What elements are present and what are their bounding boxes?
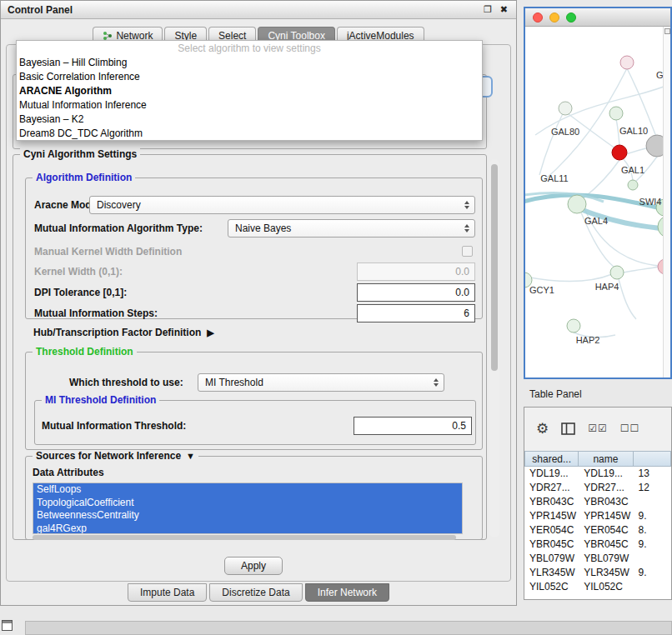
cell-value: 13 [634,467,672,481]
cell-shared-name: YDL19... [524,467,579,481]
mi-type-select[interactable]: Naive Bayes [228,219,475,238]
table-row[interactable]: YIL052C YIL052C [524,580,671,594]
network-node[interactable] [628,180,638,190]
gear-icon[interactable]: ⚙ [536,420,549,438]
mi-threshold-group: MI Threshold Definition Mutual Informati… [34,400,476,445]
data-attributes-list[interactable]: SelfLoops TopologicalCoefficient Between… [33,482,463,534]
cell-shared-name: YBR045C [524,538,579,552]
attribute-item-selected[interactable]: gal4RGexp [33,522,462,535]
control-panel-window: Control Panel ❐ ✖ Network Style Select C… [0,0,517,606]
combo-arrows-icon [464,224,469,232]
cell-value: 9. [634,566,672,580]
select-all-columns-icon[interactable]: ☑☑ [588,422,608,434]
sources-group: Sources for Network Inference ▼ Data Att… [25,456,483,540]
sources-title-wrap: Sources for Network Inference ▼ [33,450,198,462]
panel-title: Control Panel [8,4,73,16]
control-panel-titlebar[interactable]: Control Panel ❐ ✖ [1,1,516,19]
collapse-down-icon: ▼ [186,451,195,461]
algorithm-option-selected[interactable]: ARACNE Algorithm [17,84,482,98]
algorithm-option[interactable]: Bayesian – K2 [17,112,482,127]
table-row[interactable]: YLR345W YLR345W 9. [524,566,671,580]
tab-infer-network[interactable]: Infer Network [305,583,389,602]
close-icon[interactable]: ✖ [500,4,508,15]
algorithm-option[interactable]: Mutual Information Inference [17,98,482,112]
apply-button[interactable]: Apply [224,557,283,575]
table-panel-window: ⚙ ☑☑ ☐☐ shared... name YDL19... YDL19...… [524,407,672,600]
table-row[interactable]: YDL19... YDL19... 13 [524,467,671,481]
dpi-tolerance-field[interactable]: 0.0 [357,283,475,302]
cell-name: YDR27... [579,481,633,495]
table-row[interactable]: YER054C YER054C 8. [524,523,671,538]
unselect-all-columns-icon[interactable]: ☐☐ [620,422,640,434]
minimize-traffic-light-icon[interactable] [549,12,559,22]
cell-shared-name: YLR345W [524,566,579,580]
table-row[interactable]: YPR145W YPR145W 9. [524,509,671,523]
group-title: MI Threshold Definition [42,394,159,406]
cell-value: 9. [634,509,672,523]
attribute-item-selected[interactable]: BetweennessCentrality [33,509,462,522]
aracne-mode-select[interactable]: Discovery [89,196,475,214]
network-node-red[interactable] [612,145,627,160]
zoom-traffic-light-icon[interactable] [566,12,576,22]
combo-value: Discovery [97,199,464,211]
tab-impute-data[interactable]: Impute Data [128,583,207,602]
network-node[interactable] [567,319,580,332]
attribute-item-selected[interactable]: TopologicalCoefficient [33,497,462,510]
node-label: GCY1 [529,285,554,295]
scrollbar-button[interactable] [664,28,670,34]
combo-value: MI Threshold [205,377,434,388]
mi-steps-field[interactable]: 6 [357,304,475,322]
which-threshold-select[interactable]: MI Threshold [198,373,444,392]
network-canvas[interactable]: GAL80 GAL10 GAL11 GAL1 SWI4 GAL4 GCY1 HA… [525,27,672,379]
network-node[interactable] [610,266,624,279]
network-node[interactable] [609,107,623,120]
column-chooser-icon[interactable] [561,422,575,435]
attribute-item-selected[interactable]: SelfLoops [33,483,462,497]
horizontal-scrollbar-thumb[interactable] [33,535,456,540]
network-view-window[interactable]: GAL80 GAL10 GAL11 GAL1 SWI4 GAL4 GCY1 HA… [524,7,672,379]
network-node-gal4[interactable] [568,195,586,213]
table-row[interactable]: YBR045C YBR045C 9. [524,538,671,552]
algorithm-definition-group: Algorithm Definition Aracne Mode: Discov… [25,178,483,319]
cell-name: YER054C [579,523,633,538]
network-window-titlebar[interactable] [525,8,670,27]
column-header-name[interactable]: name [579,451,633,467]
which-threshold-label: Which threshold to use: [69,373,183,392]
minimized-panel-icon[interactable] [2,620,13,631]
column-header-clipped[interactable] [634,451,671,467]
tab-discretize-data[interactable]: Discretize Data [209,583,302,602]
node-label: HAP2 [576,335,600,345]
network-scrollbar[interactable] [663,27,670,378]
hub-definition-toggle[interactable]: Hub/Transcription Factor Definition ▶ [33,327,214,338]
table-panel-title: Table Panel [529,388,582,400]
mi-threshold-label: Mutual Information Threshold: [42,417,186,435]
mi-threshold-field[interactable]: 0.5 [354,417,472,435]
cell-shared-name: YBL079W [524,552,579,566]
close-traffic-light-icon[interactable] [533,12,543,22]
cell-name: YBL079W [579,552,633,566]
table-row[interactable]: YBR043C YBR043C [524,495,671,509]
cell-value: 12 [634,481,672,495]
float-window-icon[interactable]: ❐ [484,4,492,15]
network-node[interactable] [559,102,572,115]
group-title: Cyni Algorithm Settings [20,148,140,160]
algorithm-option[interactable]: Dream8 DC_TDC Algorithm [17,127,482,141]
column-header-shared-name[interactable]: shared... [524,451,579,467]
dpi-tolerance-label: DPI Tolerance [0,1]: [34,283,127,302]
cell-shared-name: YPR145W [524,509,579,523]
manual-kernel-checkbox[interactable] [462,246,473,257]
combo-arrows-icon [434,378,439,387]
network-node[interactable] [620,56,634,69]
cell-name: YLR345W [579,566,633,580]
algorithm-option[interactable]: Basic Correlation Inference [17,70,482,84]
cell-value: 8. [634,523,672,538]
table-row[interactable]: YBL079W YBL079W [524,552,671,566]
settings-vertical-scrollbar[interactable] [489,159,499,538]
table-row[interactable]: YDR27... YDR27... 12 [524,481,671,495]
node-label: GAL11 [540,173,568,183]
group-title: Algorithm Definition [33,172,135,183]
sources-title[interactable]: Sources for Network Inference [36,450,181,462]
kernel-width-field[interactable]: 0.0 [357,262,475,281]
algorithm-option[interactable]: Bayesian – Hill Climbing [17,56,482,70]
scrollbar-thumb[interactable] [491,164,498,371]
